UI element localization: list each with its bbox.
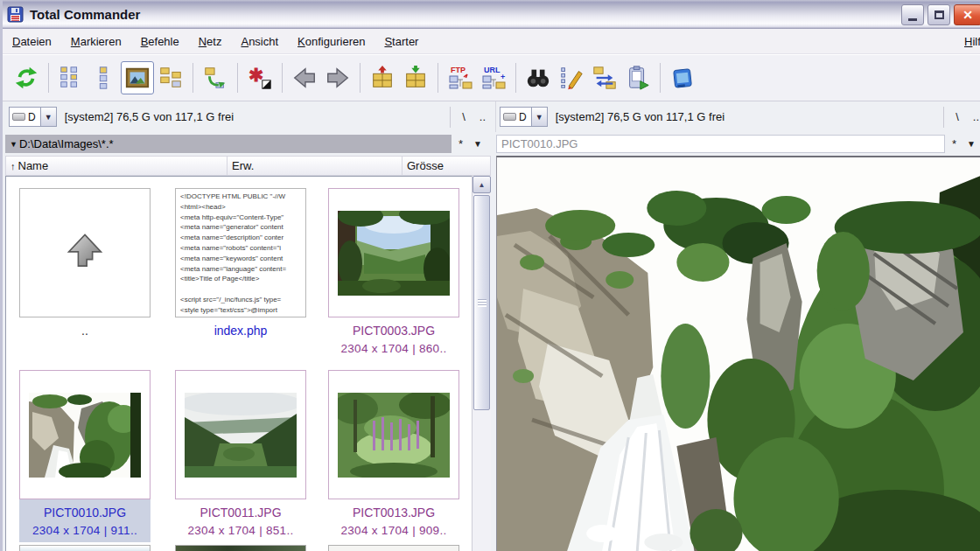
branch-view-button[interactable] xyxy=(199,61,232,94)
close-icon: ✕ xyxy=(962,8,973,22)
column-size-label: Grösse xyxy=(407,159,444,172)
brief-view-button[interactable] xyxy=(54,61,88,94)
unpack-files-button[interactable] xyxy=(399,61,432,94)
right-current-file: PICT0010.JPG xyxy=(501,137,578,150)
pack-icon xyxy=(369,65,396,91)
file-cell-updir[interactable]: .. xyxy=(19,188,150,343)
refresh-button[interactable] xyxy=(10,61,43,94)
next-row-thumbnail-peek xyxy=(175,545,306,551)
drive-bar-row: D ▼ [system2] 76,5 G von 117,1 G frei \ … xyxy=(3,101,980,132)
multi-rename-button[interactable] xyxy=(555,61,588,94)
file-cell-pict0003[interactable]: PICT0003.JPG 2304 x 1704 | 860.. xyxy=(328,188,459,360)
notes-button[interactable] xyxy=(666,61,699,94)
menu-netz[interactable]: Netz xyxy=(189,30,232,53)
maximize-icon xyxy=(934,10,944,19)
left-root-button[interactable]: \ xyxy=(462,110,466,123)
chevron-down-icon[interactable]: ▼ xyxy=(531,108,547,126)
maximize-button[interactable] xyxy=(928,4,950,25)
right-drive-combo[interactable]: D ▼ xyxy=(500,107,548,127)
right-root-button[interactable]: \ xyxy=(956,110,959,123)
right-updir-button[interactable]: .. xyxy=(973,110,979,123)
toolbar: ✱ xyxy=(3,54,980,101)
scrollbar-thumb[interactable] xyxy=(473,195,490,410)
right-drive-letter: D xyxy=(519,111,531,123)
menu-starter[interactable]: Starter xyxy=(374,30,428,53)
full-view-button[interactable] xyxy=(88,61,121,94)
ftp-url-icon: URL + xyxy=(480,64,508,92)
svg-text:✱: ✱ xyxy=(248,65,263,85)
code-preview-text: <!DOCTYPE HTML PUBLIC "-//W<html><head><… xyxy=(178,191,303,315)
file-cell-index-php[interactable]: <!DOCTYPE HTML PUBLIC "-//W<html><head><… xyxy=(175,188,306,343)
tree-view-icon xyxy=(158,65,184,91)
pack-wildcard-button[interactable]: ✱ xyxy=(243,61,276,94)
next-row-thumbnail-peek xyxy=(19,545,150,551)
toolbar-separator xyxy=(660,63,661,93)
branch-view-icon xyxy=(202,65,228,91)
minimize-icon xyxy=(908,18,917,21)
file-cell-pict0011[interactable]: PICT0011.JPG 2304 x 1704 | 851.. xyxy=(175,370,306,542)
compare-clipboard-icon xyxy=(625,65,651,91)
minimize-button[interactable] xyxy=(901,4,924,25)
column-header-name[interactable]: ↑ Name xyxy=(5,156,228,176)
menu-ansicht[interactable]: Ansicht xyxy=(231,30,288,53)
code-line: <meta name="generator" content xyxy=(180,222,301,233)
code-line: <meta http-equiv="Content-Type" xyxy=(180,213,301,223)
file-cell-pict0010-selected[interactable]: PICT0010.JPG 2304 x 1704 | 911.. xyxy=(19,370,150,542)
menu-dateien[interactable]: Dateien xyxy=(3,30,61,53)
binoculars-search-icon xyxy=(525,65,551,91)
right-path-bar[interactable]: PICT0010.JPG xyxy=(496,135,945,153)
right-history-button[interactable]: ▼ xyxy=(967,139,976,149)
search-button[interactable] xyxy=(522,61,555,94)
forward-button[interactable] xyxy=(321,61,354,94)
code-line xyxy=(180,284,301,295)
column-header-ext[interactable]: Erw. xyxy=(228,156,402,176)
pict0010-preview-image xyxy=(497,157,980,551)
full-view-icon xyxy=(91,65,117,91)
pict0011-thumbnail-image xyxy=(185,393,297,478)
sync-dirs-button[interactable] xyxy=(588,61,621,94)
left-favorites-button[interactable]: * xyxy=(458,137,463,150)
toolbar-separator xyxy=(360,63,360,93)
column-header-size[interactable]: Grösse xyxy=(402,156,491,176)
pack-files-button[interactable] xyxy=(366,61,399,94)
scrollbar-grip xyxy=(478,299,486,307)
left-path-bar[interactable]: ▼ D:\Data\Images\*.* xyxy=(5,135,452,153)
multi-rename-icon xyxy=(558,65,584,91)
drive-icon xyxy=(12,113,25,121)
unpack-icon xyxy=(402,65,429,91)
column-name-label: Name xyxy=(18,159,49,172)
right-favorites-button[interactable]: * xyxy=(952,137,956,150)
drive-icon xyxy=(503,113,516,121)
code-line: <title>Title of Page</title> xyxy=(180,274,301,284)
code-line: <html><head> xyxy=(180,202,301,213)
left-updir-button[interactable]: .. xyxy=(480,110,486,123)
file-dimensions: 2304 x 1704 | 911.. xyxy=(19,524,150,537)
left-drive-combo[interactable]: D ▼ xyxy=(9,107,57,127)
compare-contents-button[interactable] xyxy=(621,61,654,94)
file-cell-pict0013[interactable]: PICT0013.JPG 2304 x 1704 | 909.. xyxy=(328,370,459,542)
chevron-down-icon[interactable]: ▼ xyxy=(40,108,56,126)
code-line: <meta name="description" conter xyxy=(180,233,301,243)
pict0013-thumbnail-image xyxy=(338,393,450,478)
menu-konfigurieren[interactable]: Konfigurieren xyxy=(288,30,374,53)
toolbar-separator xyxy=(192,63,193,93)
scroll-up-button[interactable]: ▲ xyxy=(472,176,491,193)
thumbnails-view-button[interactable] xyxy=(121,61,154,94)
thumbnails-view-icon xyxy=(124,65,150,91)
right-drive-info: [system2] 76,5 G von 117,1 G frei xyxy=(556,110,724,123)
menu-befehle[interactable]: Befehle xyxy=(131,30,189,53)
close-button[interactable]: ✕ xyxy=(954,4,980,25)
menu-hilfe[interactable]: Hilfe xyxy=(955,30,980,53)
refresh-icon xyxy=(13,65,39,91)
left-drive-letter: D xyxy=(28,111,40,123)
title-bar[interactable]: Total Commander ✕ xyxy=(3,0,980,29)
ftp-url-button[interactable]: URL + xyxy=(477,61,510,94)
file-list-scrollbar[interactable]: ▲ xyxy=(472,176,491,551)
left-history-button[interactable]: ▼ xyxy=(473,139,482,149)
back-button[interactable] xyxy=(288,61,321,94)
wildcard-asterisk-icon: ✱ xyxy=(247,65,273,91)
menu-markieren[interactable]: Markieren xyxy=(61,30,131,53)
ftp-connect-button[interactable]: FTP xyxy=(444,61,477,94)
tree-view-button[interactable] xyxy=(154,61,187,94)
total-commander-window: Total Commander ✕ Dateien Markieren Befe… xyxy=(0,0,980,551)
